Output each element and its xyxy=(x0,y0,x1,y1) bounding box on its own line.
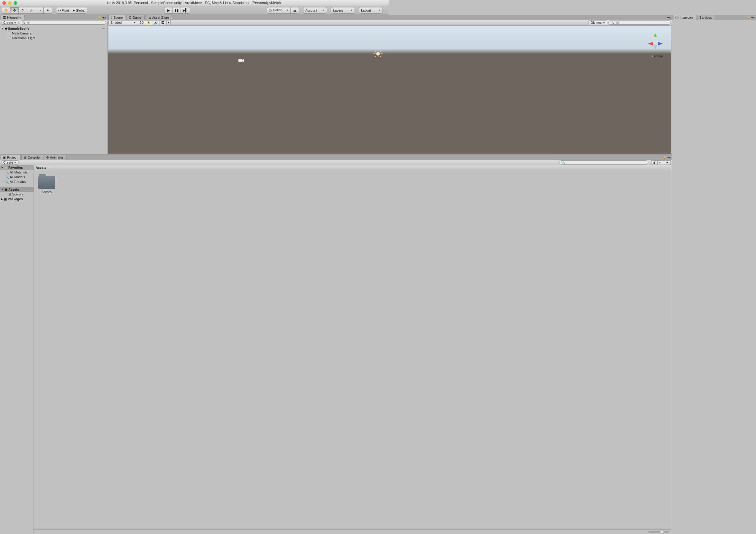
gameobject-row[interactable]: Main Camera xyxy=(0,31,107,36)
maximize-icon[interactable] xyxy=(14,1,17,5)
cloud-button[interactable]: ☁ xyxy=(291,7,299,14)
chevron-down-icon: ▼ xyxy=(378,9,381,12)
hand-tool-button[interactable]: ✋ xyxy=(2,7,11,14)
rotate-tool-button[interactable]: ↻ xyxy=(19,7,27,14)
chevron-down-icon[interactable]: ▼ xyxy=(1,27,4,30)
globe-icon: ● xyxy=(73,8,75,13)
account-dropdown[interactable]: Account▼ xyxy=(303,7,327,14)
hierarchy-search[interactable]: 🔍 xyxy=(20,20,106,25)
assets-child[interactable]: ▣Scenes xyxy=(0,192,34,197)
fx-dropdown[interactable]: ▼ xyxy=(167,20,171,25)
sun-icon: ☀ xyxy=(147,21,150,25)
audio-icon: 🔊 xyxy=(154,21,158,25)
scene-viewport[interactable]: x y z ≤ Persp xyxy=(108,26,389,154)
search-icon: 🔍 xyxy=(5,175,9,179)
gameobject-row[interactable]: Directional Light xyxy=(0,36,107,41)
lock-icon[interactable]: 🔒 xyxy=(98,16,101,19)
cloud-icon: ☁ xyxy=(293,8,297,13)
chevron-down-icon: ▼ xyxy=(134,21,136,24)
chevron-down-icon: ▼ xyxy=(1,188,4,191)
create-dropdown[interactable]: Create▼ xyxy=(1,160,18,164)
asset-label: Scenes xyxy=(41,190,51,194)
project-panel: ▣Project ▤Console ⚙Animator 🔒▾≡ Create▼ … xyxy=(0,155,389,274)
favorite-item[interactable]: 🔍All Models xyxy=(0,175,34,180)
search-icon: 🔍 xyxy=(5,170,9,174)
favorite-item[interactable]: 🔍All Materials xyxy=(0,170,34,175)
minimize-icon[interactable] xyxy=(8,1,12,5)
tab-scene[interactable]: #Scene xyxy=(108,15,126,20)
shading-label: Shaded xyxy=(110,21,122,24)
tab-asset-store[interactable]: 🛍Asset Store xyxy=(146,15,172,20)
asset-item[interactable]: Scenes xyxy=(38,174,56,194)
scene-icon: # xyxy=(110,16,112,19)
hierarchy-search-input[interactable] xyxy=(27,21,104,24)
packages-header[interactable]: ▶▣Packages xyxy=(0,197,34,201)
breadcrumb[interactable]: Assets› xyxy=(34,165,389,170)
chevron-down-icon: ▼ xyxy=(168,21,170,24)
hierarchy-tree: ▼ ⬘ SampleScene ▾≡ Main Camera Direction… xyxy=(0,25,107,41)
pivot-button[interactable]: ▪▪ Pivot xyxy=(56,7,71,14)
collab-label: Collab xyxy=(273,8,282,12)
scene-tabstrip: #Scene CGame 🛍Asset Store ▾≡ xyxy=(107,15,389,20)
folder-icon: ▣ xyxy=(3,155,6,159)
game-icon: C xyxy=(129,16,131,19)
mode-2d-toggle[interactable]: 2D xyxy=(138,20,145,25)
scene-menu-icon[interactable]: ▾≡ xyxy=(102,27,105,30)
favorites-header[interactable]: ▼★Favorites xyxy=(0,165,34,170)
gameobject-label: Directional Light xyxy=(12,36,35,40)
handle-tools: ▪▪ Pivot ● Global xyxy=(56,7,87,14)
layers-dropdown[interactable]: Layers▼ xyxy=(331,7,355,14)
svg-line-12 xyxy=(380,50,381,52)
pause-button[interactable]: ▮▮ xyxy=(173,7,181,14)
tab-game[interactable]: CGame xyxy=(127,15,145,20)
lighting-toggle[interactable]: ☀ xyxy=(145,20,152,25)
collab-button[interactable]: ◌ Collab▼ xyxy=(267,7,291,14)
fx-toggle[interactable]: 🖼 xyxy=(159,20,167,25)
favorite-label: All Prefabs xyxy=(10,180,26,183)
folder-icon: ▣ xyxy=(4,197,7,201)
list-icon: ☰ xyxy=(3,16,6,20)
tab-console[interactable]: ▤Console xyxy=(21,155,43,160)
close-icon[interactable] xyxy=(2,1,6,5)
favorite-label: All Models xyxy=(10,175,25,179)
layout-dropdown[interactable]: Layout▼ xyxy=(359,7,383,14)
folder-icon: ▣ xyxy=(8,192,11,196)
audio-toggle[interactable]: 🔊 xyxy=(152,20,159,25)
tab-animator[interactable]: ⚙Animator xyxy=(44,155,67,160)
light-gizmo[interactable] xyxy=(373,49,383,59)
play-button[interactable]: ▶ xyxy=(164,7,173,14)
shading-dropdown[interactable]: Shaded▼ xyxy=(108,20,138,25)
folder-icon: ▣ xyxy=(5,188,8,192)
favorite-item[interactable]: 🔍All Prefabs xyxy=(0,180,34,184)
move-tool-button[interactable]: ✥ xyxy=(11,7,19,14)
breadcrumb-label: Assets xyxy=(36,166,46,169)
scene-toolbar: Shaded▼ 2D ☀ 🔊 🖼 ▼ Gizmos▼ 🔍 xyxy=(107,20,389,25)
global-button[interactable]: ● Global xyxy=(71,7,87,14)
assets-label: Assets xyxy=(8,188,19,191)
chevron-right-icon: ▶ xyxy=(1,198,3,201)
svg-line-10 xyxy=(375,50,376,52)
create-dropdown[interactable]: Create▼ xyxy=(1,20,18,25)
gameobject-icon xyxy=(8,31,11,35)
tab-label: Hierarchy xyxy=(7,16,21,19)
chevron-down-icon: ▼ xyxy=(14,21,16,24)
tab-hierarchy[interactable]: ☰Hierarchy xyxy=(1,15,24,20)
transform-icon: ✦ xyxy=(46,8,49,13)
assets-header[interactable]: ▼▣Assets xyxy=(0,187,34,192)
mode-2d-label: 2D xyxy=(140,21,144,24)
scale-tool-button[interactable]: ⤢ xyxy=(27,7,35,14)
panel-menu-icon[interactable]: ▾≡ xyxy=(102,16,106,20)
step-button[interactable]: ▶▍ xyxy=(181,7,190,14)
hierarchy-tabstrip: ☰Hierarchy 🔒▾≡ xyxy=(0,15,107,20)
asset-grid[interactable]: Scenes xyxy=(34,170,389,274)
tab-project[interactable]: ▣Project xyxy=(1,155,20,160)
window-title: Unity 2018.3.8f1 Personal - SampleScene.… xyxy=(0,1,389,5)
hierarchy-panel: ☰Hierarchy 🔒▾≡ Create▼ 🔍 ▼ ⬘ SampleScene… xyxy=(0,15,107,155)
main-toolbar: ✋ ✥ ↻ ⤢ ▭ ✦ ▪▪ Pivot ● Global ▶ ▮▮ ▶▍ ◌ … xyxy=(0,6,389,15)
camera-gizmo[interactable] xyxy=(238,58,245,65)
scene-row[interactable]: ▼ ⬘ SampleScene ▾≡ xyxy=(0,26,107,31)
step-icon: ▶▍ xyxy=(183,8,188,13)
transform-tool-button[interactable]: ✦ xyxy=(44,7,52,14)
unity-icon: ⬘ xyxy=(5,26,8,31)
rect-tool-button[interactable]: ▭ xyxy=(35,7,44,14)
